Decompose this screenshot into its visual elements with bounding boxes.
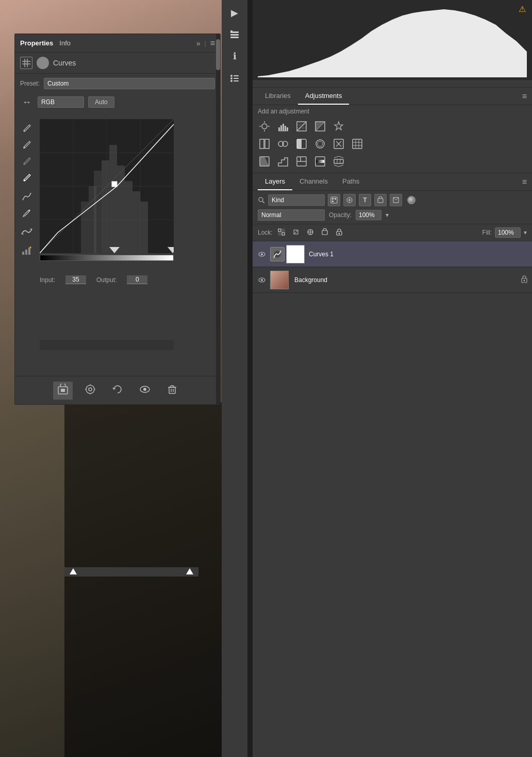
view-previous-btn[interactable] [80, 382, 100, 400]
posterize-adj-btn[interactable] [276, 155, 290, 168]
reset-btn[interactable] [108, 382, 127, 400]
svg-rect-34 [125, 181, 132, 253]
layer-visibility-background[interactable] [257, 275, 267, 285]
svg-point-112 [524, 280, 525, 282]
layer-visibility-curves1[interactable] [257, 249, 267, 259]
preset-select[interactable]: Custom Default Strong Contrast Linear Co… [44, 78, 215, 89]
threshold-adj-btn[interactable] [295, 155, 308, 168]
svg-rect-20 [22, 252, 24, 255]
exposure-adj-btn[interactable] [313, 120, 327, 133]
opacity-field[interactable] [356, 210, 381, 220]
delete-btn[interactable] [162, 382, 182, 400]
svg-rect-94 [378, 199, 383, 203]
svg-rect-42 [61, 389, 65, 392]
curves-adj-btn[interactable] [295, 120, 308, 133]
sample-shadow-tool[interactable] [20, 138, 34, 152]
layers-icon-btn[interactable] [224, 24, 245, 45]
canvas-overlay [64, 402, 222, 757]
filter-pixel-btn[interactable] [328, 194, 340, 206]
channel-select[interactable]: RGB Red Green Blue [38, 96, 84, 108]
svg-rect-3 [230, 30, 232, 32]
adj-menu[interactable]: ≡ [522, 92, 527, 101]
right-panels: Libraries Adjustments ≡ Add an adjustmen… [253, 88, 532, 757]
expand-icon[interactable]: » [196, 39, 201, 47]
preset-row: Preset: Custom Default Strong Contrast L… [15, 74, 220, 93]
clip-to-layer-btn[interactable] [53, 382, 73, 400]
filter-adjustment-btn[interactable] [343, 194, 356, 206]
divider: | [205, 40, 206, 47]
menu-icon[interactable]: ≡ [210, 39, 215, 48]
curve-tool[interactable] [20, 190, 34, 203]
tab-properties[interactable]: Properties [20, 38, 53, 48]
svg-point-46 [143, 388, 146, 391]
lock-transparent-btn[interactable] [276, 227, 287, 238]
brightness-adj-btn[interactable] [258, 120, 271, 133]
properties-scroll-thumb[interactable] [216, 39, 220, 70]
visibility-btn[interactable] [135, 382, 155, 400]
gradient-map-adj-btn[interactable] [313, 155, 327, 168]
selective-color-adj-btn[interactable] [332, 155, 345, 168]
circle-icon-btn[interactable] [37, 57, 49, 69]
svg-point-6 [230, 77, 232, 79]
tab-layers[interactable]: Layers [258, 173, 292, 190]
arrow-icon-btn[interactable]: ↔ [20, 95, 34, 109]
sample-midtone-tool[interactable] [20, 155, 34, 168]
smooth-tool[interactable] [20, 225, 34, 238]
kind-select[interactable]: Kind [268, 194, 325, 206]
list-icon-btn[interactable] [224, 68, 245, 88]
info-icon-btn[interactable]: ℹ [224, 46, 245, 67]
svg-rect-96 [282, 229, 285, 232]
svg-rect-47 [169, 387, 175, 393]
bw-adj-btn[interactable] [295, 137, 308, 151]
slider-area[interactable] [64, 567, 198, 577]
input-output-row: Input: Output: [40, 275, 147, 284]
layers-menu-icon[interactable]: ≡ [522, 177, 527, 187]
pencil-tool[interactable] [20, 206, 34, 220]
adj-icons-row-3 [253, 153, 532, 170]
opacity-chevron[interactable]: ▾ [386, 211, 389, 219]
svg-rect-90 [332, 198, 334, 200]
lock-all-btn[interactable] [334, 227, 345, 238]
tab-paths[interactable]: Paths [335, 173, 367, 190]
svg-line-99 [294, 230, 298, 234]
layer-filter-circle[interactable] [407, 196, 415, 204]
auto-button[interactable]: Auto [88, 96, 114, 108]
tab-channels[interactable]: Channels [292, 173, 335, 190]
photo-filter-adj-btn[interactable] [313, 137, 327, 151]
lock-position-btn[interactable] [305, 227, 316, 238]
filter-smart-btn[interactable] [390, 194, 402, 206]
grid-icon-btn[interactable] [20, 57, 32, 69]
fill-chevron[interactable]: ▾ [524, 229, 527, 236]
filter-type-btn[interactable]: T [359, 194, 371, 206]
properties-scrollbar[interactable] [216, 34, 220, 404]
eyedropper-tool[interactable] [20, 122, 34, 135]
white-point-slider[interactable] [186, 568, 193, 574]
black-point-slider[interactable] [70, 568, 77, 574]
curves-graph[interactable] [40, 119, 174, 253]
panel-title-row: Curves [15, 53, 220, 74]
histogram-warning-tool[interactable] [20, 243, 34, 257]
fill-field[interactable] [495, 227, 521, 238]
invert-adj-btn[interactable] [258, 155, 271, 168]
tab-libraries[interactable]: Libraries [258, 88, 298, 105]
svg-point-107 [261, 253, 263, 255]
color-lookup-adj-btn[interactable] [351, 137, 364, 151]
lock-artboard-btn[interactable] [319, 227, 330, 238]
tab-adjustments[interactable]: Adjustments [298, 88, 350, 105]
svg-rect-36 [140, 202, 148, 253]
input-field[interactable] [65, 275, 86, 284]
colorbalance-adj-btn[interactable] [276, 137, 290, 151]
lock-image-btn[interactable] [290, 227, 302, 238]
filter-shape-btn[interactable] [374, 194, 387, 206]
levels-adj-btn[interactable] [276, 120, 290, 133]
layer-item-curves1[interactable]: Curves 1 [253, 241, 532, 267]
layer-item-background[interactable]: Background [253, 267, 532, 293]
hsl-adj-btn[interactable] [258, 137, 271, 151]
play-button[interactable]: ▶ [224, 3, 245, 23]
output-field[interactable] [127, 275, 147, 284]
channel-mixer-adj-btn[interactable] [332, 137, 345, 151]
blend-mode-select[interactable]: Normal Multiply Screen Overlay [258, 209, 325, 221]
tab-info[interactable]: Info [59, 38, 71, 48]
vibrance-adj-btn[interactable] [332, 120, 345, 133]
sample-highlight-tool[interactable] [20, 171, 34, 185]
